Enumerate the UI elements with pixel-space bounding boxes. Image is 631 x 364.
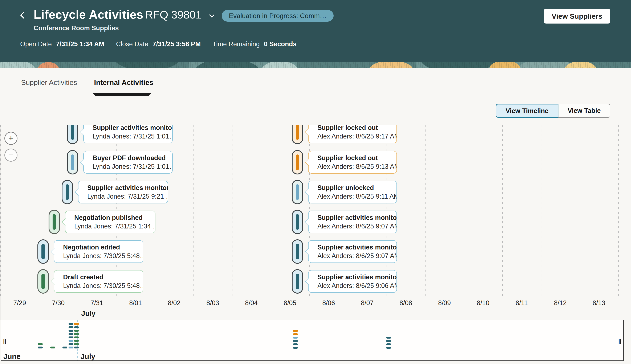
- overview-event-dash-green: [74, 333, 79, 335]
- event-title: Supplier activities monitored: [318, 214, 397, 222]
- overview-event-dash-teal: [63, 346, 67, 348]
- event-marker-orange[interactable]: [292, 150, 303, 174]
- open-date-label: Open Date: [20, 40, 52, 48]
- overview-event-dash-green: [74, 330, 79, 332]
- view-suppliers-button[interactable]: View Suppliers: [544, 9, 610, 24]
- overview-event-dash-teal: [386, 340, 391, 342]
- chevron-down-icon: [209, 12, 214, 18]
- overview-event-dash-green: [74, 336, 79, 338]
- overview-right-handle[interactable]: ‖: [618, 338, 621, 346]
- event-title: Buyer PDF downloaded: [93, 154, 172, 162]
- overview-event-dash-teal: [69, 336, 73, 338]
- event-marker-bar: [71, 125, 74, 140]
- status-badge: Evaluation in Progress: Comm…: [222, 10, 334, 22]
- event-card[interactable]: Supplier activities monitoredAlex Anders…: [308, 210, 397, 233]
- event-marker-bar: [42, 244, 45, 259]
- close-date-label: Close Date: [116, 40, 148, 48]
- event-card[interactable]: Negotiation publishedLynda Jones: 7/31/2…: [65, 210, 155, 233]
- event-marker-green[interactable]: [49, 210, 60, 234]
- minus-icon: −: [5, 149, 17, 161]
- event-marker-teal[interactable]: [62, 180, 73, 204]
- tab-internal-activities[interactable]: Internal Activities: [94, 78, 153, 86]
- decorative-banner: [0, 62, 631, 68]
- event-title: Draft created: [63, 273, 143, 282]
- view-timeline-button[interactable]: View Timeline: [496, 104, 558, 118]
- overview-left-handle[interactable]: ‖: [3, 338, 6, 346]
- overview-event-dash-teal: [293, 340, 298, 342]
- event-card[interactable]: Supplier locked outAlex Anders: 8/6/25 9…: [308, 151, 397, 174]
- back-button[interactable]: [19, 11, 28, 20]
- axis-month-label: July: [81, 309, 96, 318]
- event-subtitle: Lynda Jones: 7/31/25 1:34 …: [74, 222, 155, 231]
- event-card[interactable]: Supplier activities monitoredLynda Jones…: [78, 181, 168, 204]
- overview-event-dash-lightblue: [69, 346, 73, 348]
- overview-event-dash-teal: [74, 326, 79, 328]
- tab-bar: Supplier Activities Internal Activities: [0, 68, 631, 96]
- zoom-in-button[interactable]: +: [5, 132, 18, 145]
- event-title: Negotiation published: [74, 214, 155, 222]
- overview-event-dash-lightblue: [69, 340, 73, 342]
- page-title: Lifecycle Activities: [34, 8, 143, 22]
- overview-event-dash-teal: [293, 344, 298, 345]
- event-title: Supplier activities monitored: [318, 273, 397, 282]
- view-table-button[interactable]: View Table: [558, 104, 610, 118]
- view-toggle-group: View Timeline View Table: [496, 104, 610, 118]
- tab-supplier-activities[interactable]: Supplier Activities: [21, 78, 77, 86]
- time-remaining-value: 0 Seconds: [264, 40, 296, 48]
- event-marker-green[interactable]: [38, 269, 49, 294]
- event-marker-bar: [53, 214, 56, 230]
- overview-event-dash-teal: [69, 330, 73, 332]
- close-date-value: 7/31/25 3:56 PM: [152, 40, 201, 48]
- event-marker-bar: [296, 154, 299, 170]
- overview-event-dash-teal: [293, 347, 298, 349]
- event-subtitle: Lynda Jones: 7/30/25 5:48…: [63, 252, 143, 260]
- overview-event-dash-teal: [69, 326, 73, 328]
- event-marker-bar: [296, 244, 299, 259]
- event-title: Supplier locked out: [318, 125, 397, 132]
- event-title: Negotiation edited: [63, 243, 143, 252]
- timeline-viewport[interactable]: + − Supplier activities monitoredLynda J…: [0, 125, 631, 302]
- open-date-value: 7/31/25 1:34 AM: [56, 40, 104, 48]
- back-chevron-icon: [20, 12, 27, 19]
- event-marker-orange[interactable]: [292, 125, 303, 144]
- event-marker-bar: [296, 184, 299, 200]
- event-marker-lightblue[interactable]: [67, 150, 78, 174]
- event-card[interactable]: Draft createdLynda Jones: 7/30/25 5:48…: [54, 270, 143, 293]
- overview-event-dash-orange: [293, 330, 298, 332]
- overview-event-dash-teal: [69, 333, 73, 335]
- event-marker-lightblue[interactable]: [292, 180, 303, 204]
- event-marker-teal[interactable]: [292, 239, 303, 264]
- plus-icon: +: [5, 132, 17, 144]
- event-marker-teal[interactable]: [292, 269, 303, 294]
- event-subtitle: Lynda Jones: 7/30/25 5:48…: [63, 282, 143, 290]
- event-marker-teal[interactable]: [38, 239, 49, 264]
- event-marker-bar: [42, 274, 45, 289]
- event-marker-bar: [296, 274, 299, 289]
- event-card[interactable]: Buyer PDF downloadedLynda Jones: 7/31/25…: [83, 151, 173, 174]
- time-remaining-label: Time Remaining: [212, 40, 260, 48]
- event-marker-teal[interactable]: [292, 210, 303, 234]
- timeline-overview-minimap[interactable]: ‖ ‖ June July: [1, 320, 624, 361]
- event-marker-bar: [296, 125, 299, 140]
- event-card[interactable]: Supplier activities monitoredLynda Jones…: [83, 125, 173, 143]
- rfq-dropdown-button[interactable]: [210, 13, 215, 18]
- negotiation-subtitle: Conference Room Supplies: [34, 24, 119, 32]
- overview-event-dash-teal: [69, 343, 73, 345]
- event-title: Supplier activities monitored: [87, 184, 168, 192]
- event-title: Supplier activities monitored: [93, 125, 172, 132]
- event-card[interactable]: Supplier activities monitoredAlex Anders…: [308, 240, 397, 263]
- event-subtitle: Lynda Jones: 7/31/25 1:01…: [93, 162, 172, 171]
- event-title: Supplier unlocked: [318, 184, 397, 192]
- event-marker-bar: [71, 154, 74, 170]
- event-subtitle: Lynda Jones: 7/31/25 9:21 …: [87, 192, 168, 201]
- zoom-out-button[interactable]: −: [5, 148, 18, 162]
- event-card[interactable]: Supplier unlockedAlex Anders: 8/6/25 9:1…: [308, 181, 397, 204]
- event-card[interactable]: Supplier locked outAlex Anders: 8/6/25 9…: [308, 125, 397, 143]
- event-marker-bar: [66, 184, 69, 200]
- event-card[interactable]: Negotiation editedLynda Jones: 7/30/25 5…: [54, 240, 143, 263]
- overview-event-dash-teal: [74, 346, 79, 348]
- event-marker-teal[interactable]: [67, 125, 78, 144]
- app-header: Lifecycle Activities RFQ 39801 Evaluatio…: [0, 0, 631, 62]
- event-card[interactable]: Supplier activities monitoredAlex Anders…: [308, 270, 397, 293]
- event-subtitle: Alex Anders: 8/6/25 9:06 AM: [318, 282, 397, 290]
